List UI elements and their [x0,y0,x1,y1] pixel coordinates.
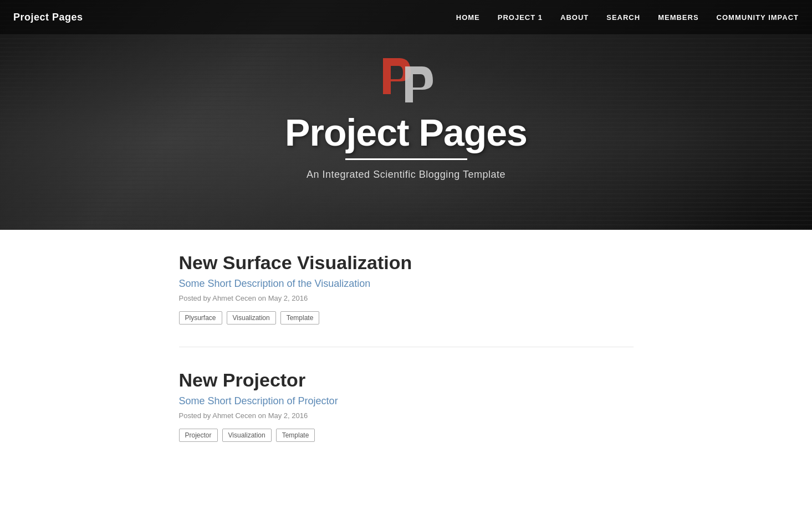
hero-logo [373,50,440,105]
hero-title: Project Pages [285,111,527,154]
post-2: New ProjectorSome Short Description of P… [179,369,634,464]
tag-plysurface[interactable]: Plysurface [179,311,222,325]
hero-section: Project Pages An Integrated Scientific B… [0,0,812,230]
tag-template[interactable]: Template [276,429,315,442]
post-title-1[interactable]: New Surface Visualization [179,252,634,274]
nav-link-community-impact[interactable]: COMMUNITY IMPACT [717,13,799,22]
nav-link-search[interactable]: SEARCH [606,13,640,22]
tag-visualization[interactable]: Visualization [222,429,272,442]
main-content: New Surface VisualizationSome Short Desc… [157,230,656,515]
post-meta-1: Posted by Ahmet Cecen on May 2, 2016 [179,294,634,302]
nav-link-project-1[interactable]: PROJECT 1 [498,13,543,22]
post-description-1[interactable]: Some Short Description of the Visualizat… [179,278,634,290]
post-tags-2: ProjectorVisualizationTemplate [179,429,634,442]
post-1: New Surface VisualizationSome Short Desc… [179,252,634,347]
nav-link-home[interactable]: HOME [456,13,480,22]
post-meta-2: Posted by Ahmet Cecen on May 2, 2016 [179,411,634,420]
tag-visualization[interactable]: Visualization [227,311,276,325]
hero-content: Project Pages An Integrated Scientific B… [285,50,527,181]
post-tags-1: PlysurfaceVisualizationTemplate [179,311,634,325]
navbar: Project Pages HOMEPROJECT 1ABOUTSEARCHME… [0,0,812,34]
hero-underline [345,158,467,160]
hero-subtitle: An Integrated Scientific Blogging Templa… [285,169,527,181]
nav-brand[interactable]: Project Pages [13,12,83,23]
nav-link-about[interactable]: ABOUT [560,13,589,22]
nav-links: HOMEPROJECT 1ABOUTSEARCHMEMBERSCOMMUNITY… [456,12,799,22]
post-description-2[interactable]: Some Short Description of Projector [179,395,634,407]
post-title-2[interactable]: New Projector [179,369,634,391]
tag-template[interactable]: Template [280,311,320,325]
nav-link-members[interactable]: MEMBERS [658,13,698,22]
tag-projector[interactable]: Projector [179,429,218,442]
